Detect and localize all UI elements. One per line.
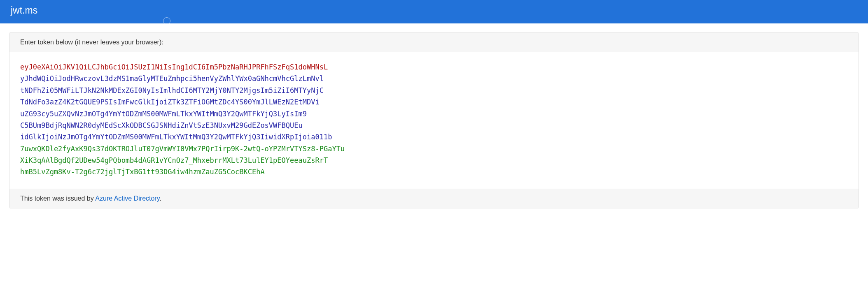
token-panel: Enter token below (it never leaves your …	[9, 32, 859, 208]
app-header: jwt.ms	[0, 0, 868, 23]
jwt-payload-segment: yJhdWQiOiJodHRwczovL3dzMS1maGlyMTEuZmhpc…	[20, 73, 848, 84]
token-input-area[interactable]: eyJ0eXAiOiJKV1QiLCJhbGciOiJSUzI1NiIsIng1…	[9, 52, 859, 189]
panel-footer: This token was issued by Azure Active Di…	[9, 189, 859, 208]
issuer-prefix-text: This token was issued by	[20, 195, 95, 202]
app-title: jwt.ms	[11, 5, 37, 16]
jwt-payload-segment: tNDFhZi05MWFiLTJkN2NkMDExZGI0NyIsImlhdCI…	[20, 85, 848, 96]
issuer-link[interactable]: Azure Active Directory	[95, 195, 159, 202]
jwt-payload-segment: C5BUm9BdjRqNWN2R0dyMEdScXkODBCSGJSNHdiZn…	[20, 120, 848, 131]
panel-instruction-label: Enter token below (it never leaves your …	[9, 33, 859, 52]
jwt-signature-segment: 7uwxQKDle2fyAxK9Qs37dOKTROJluT07gVmWYI0V…	[20, 143, 848, 155]
jwt-header-segment: eyJ0eXAiOiJKV1QiLCJhbGciOiJSUzI1NiIsIng1…	[20, 61, 848, 73]
jwt-signature-segment: hmB5LvZgm8Kv-T2g6c72jglTjTxBG1tt93DG4iw4…	[20, 166, 848, 178]
jwt-signature-segment: XiK3qAAlBgdQf2UDew54gPQbomb4dAGR1vYCnOz7…	[20, 155, 848, 166]
jwt-payload-segment: TdNdFo3azZ4K2tGQUE9PSIsImFwcGlkIjoiZTk3Z…	[20, 96, 848, 108]
main-container: Enter token below (it never leaves your …	[0, 23, 868, 208]
issuer-suffix-text: .	[160, 195, 161, 202]
decorative-circle	[163, 17, 170, 25]
jwt-payload-segment: idGlkIjoiNzJmOTg4YmYtODZmMS00MWFmLTkxYWI…	[20, 131, 848, 143]
jwt-payload-segment: uZG93cy5uZXQvNzJmOTg4YmYtODZmMS00MWFmLTk…	[20, 108, 848, 120]
